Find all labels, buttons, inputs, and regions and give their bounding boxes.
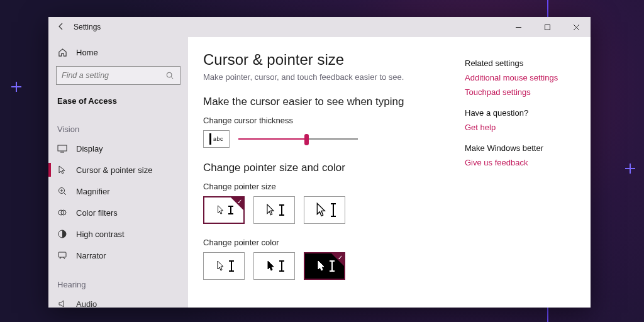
sidebar-item-label: Audio <box>76 299 97 308</box>
high-contrast-icon <box>57 229 67 239</box>
sidebar-item-color-filters[interactable]: Color filters <box>48 202 188 223</box>
search-icon <box>165 70 175 80</box>
pointer-size-label: Change pointer size <box>203 182 450 191</box>
sidebar-item-label: High contrast <box>76 230 125 239</box>
search-input[interactable] <box>62 71 165 80</box>
pointer-color-option-black[interactable] <box>253 252 295 280</box>
settings-window: Settings Home <box>48 17 591 308</box>
titlebar: Settings <box>48 17 591 37</box>
section-cursor-heading: Make the cursor easier to see when typin… <box>203 96 450 108</box>
sidebar-item-label: Cursor & pointer size <box>76 165 152 175</box>
home-icon <box>57 47 67 57</box>
page-title: Cursor & pointer size <box>203 51 450 69</box>
desktop-sparkle <box>11 82 21 92</box>
link-additional-mouse-settings[interactable]: Additional mouse settings <box>465 73 582 82</box>
audio-icon <box>57 299 67 308</box>
pointer-size-option-small[interactable]: ✓ <box>203 196 245 224</box>
sidebar-item-cursor-pointer[interactable]: Cursor & pointer size <box>48 159 188 180</box>
page-subtitle: Make pointer, cursor, and touch feedback… <box>203 72 450 82</box>
sidebar-item-label: Color filters <box>76 208 118 218</box>
sidebar-item-audio[interactable]: Audio <box>48 293 188 308</box>
desktop-sparkle <box>625 164 635 174</box>
category-label: Ease of Access <box>48 89 188 111</box>
related-settings-heading: Related settings <box>465 58 582 68</box>
svg-rect-4 <box>58 145 67 151</box>
link-touchpad-settings[interactable]: Touchpad settings <box>465 87 582 97</box>
window-title: Settings <box>74 23 101 31</box>
svg-rect-1 <box>545 25 550 30</box>
feedback-heading: Make Windows better <box>465 143 582 153</box>
link-give-feedback[interactable]: Give us feedback <box>465 158 582 167</box>
pointer-size-option-large[interactable] <box>304 196 345 224</box>
sidebar-item-magnifier[interactable]: Magnifier <box>48 180 188 202</box>
cursor-thickness-preview: abc <box>203 130 230 148</box>
group-hearing-label: Hearing <box>48 266 188 293</box>
sidebar: Home Ease of Access Vision Display <box>48 37 188 308</box>
cursor-thickness-label: Change cursor thickness <box>203 116 450 125</box>
main-panel: Cursor & pointer size Make pointer, curs… <box>188 37 465 308</box>
sidebar-item-narrator[interactable]: Narrator <box>48 245 188 266</box>
cursor-icon <box>57 165 67 175</box>
home-button[interactable]: Home <box>48 42 188 62</box>
close-button[interactable] <box>562 17 591 37</box>
cursor-thickness-slider[interactable] <box>238 131 358 147</box>
home-label: Home <box>76 48 98 57</box>
narrator-icon <box>57 250 67 260</box>
aside-panel: Related settings Additional mouse settin… <box>465 37 591 308</box>
color-filters-icon <box>57 208 67 218</box>
sidebar-item-high-contrast[interactable]: High contrast <box>48 223 188 245</box>
svg-rect-13 <box>58 252 66 257</box>
svg-line-3 <box>171 77 173 79</box>
sidebar-item-label: Narrator <box>76 251 106 260</box>
link-get-help[interactable]: Get help <box>465 123 582 132</box>
pointer-color-option-white[interactable] <box>203 252 245 280</box>
pointer-color-option-inverted[interactable]: ✓ <box>304 252 345 280</box>
pointer-color-label: Change pointer color <box>203 238 450 247</box>
sidebar-item-display[interactable]: Display <box>48 138 188 159</box>
search-box[interactable] <box>56 66 180 85</box>
maximize-button[interactable] <box>533 17 562 37</box>
svg-point-2 <box>167 72 172 77</box>
question-heading: Have a question? <box>465 108 582 118</box>
group-vision-label: Vision <box>48 111 188 138</box>
pointer-size-option-medium[interactable] <box>253 196 295 224</box>
sidebar-item-label: Magnifier <box>76 187 109 196</box>
back-button[interactable] <box>48 22 74 33</box>
minimize-button[interactable] <box>504 17 533 37</box>
display-icon <box>57 143 67 153</box>
sidebar-item-label: Display <box>76 144 103 153</box>
section-pointer-heading: Change pointer size and color <box>203 162 450 174</box>
svg-line-7 <box>64 193 67 196</box>
magnifier-icon <box>57 186 67 196</box>
